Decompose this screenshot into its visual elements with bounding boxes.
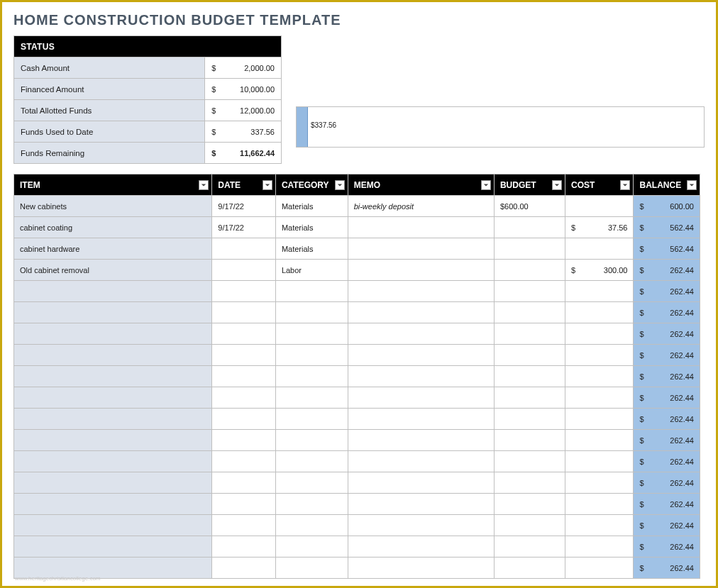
cell-cost-amount[interactable] [576, 387, 634, 409]
cell-cost-amount[interactable] [576, 558, 634, 579]
cell-cost-amount[interactable] [576, 281, 634, 302]
cell-item[interactable] [14, 302, 212, 323]
filter-memo-icon[interactable] [481, 180, 491, 190]
filter-category-icon[interactable] [335, 180, 345, 190]
cell-item[interactable] [14, 387, 212, 409]
cell-balance-amount[interactable]: 262.44 [648, 323, 700, 345]
cell-memo[interactable] [348, 451, 494, 472]
cell-balance-amount[interactable]: 562.44 [648, 238, 700, 260]
cell-budget[interactable] [494, 409, 565, 430]
cell-balance-currency[interactable]: $ [634, 366, 648, 387]
cell-cost-currency[interactable] [565, 472, 575, 494]
cell-balance-amount[interactable]: 262.44 [648, 302, 700, 323]
cell-balance-currency[interactable]: $ [634, 558, 648, 579]
cell-cost-currency[interactable] [565, 430, 575, 451]
cell-cost-currency[interactable] [565, 366, 575, 387]
cell-balance-currency[interactable]: $ [634, 260, 648, 281]
cell-category[interactable] [275, 472, 348, 494]
cell-category[interactable] [275, 409, 348, 430]
cell-cost-currency[interactable] [565, 196, 575, 217]
cell-date[interactable] [212, 323, 276, 345]
cell-cost-amount[interactable] [576, 366, 634, 387]
cell-memo[interactable] [348, 494, 494, 515]
cell-item[interactable] [14, 281, 212, 302]
cell-date[interactable] [212, 536, 276, 558]
cell-date[interactable]: 9/17/22 [212, 217, 276, 238]
cell-cost-currency[interactable] [565, 238, 575, 260]
cell-balance-currency[interactable]: $ [634, 238, 648, 260]
cell-cost-currency[interactable] [565, 494, 575, 515]
cell-item[interactable] [14, 536, 212, 558]
cell-budget[interactable] [494, 430, 565, 451]
cell-budget[interactable] [494, 494, 565, 515]
filter-balance-icon[interactable] [687, 180, 697, 190]
cell-date[interactable] [212, 366, 276, 387]
cell-memo[interactable]: bi-weekly deposit [348, 196, 494, 217]
cell-item[interactable]: Old cabinet removal [14, 260, 212, 281]
cell-cost-amount[interactable] [576, 430, 634, 451]
cell-balance-currency[interactable]: $ [634, 281, 648, 302]
cell-cost-amount[interactable] [576, 515, 634, 536]
cell-category[interactable] [275, 302, 348, 323]
cell-date[interactable] [212, 260, 276, 281]
cell-budget[interactable] [494, 536, 565, 558]
cell-item[interactable] [14, 494, 212, 515]
cell-cost-currency[interactable] [565, 451, 575, 472]
filter-date-icon[interactable] [263, 180, 272, 190]
cell-budget[interactable] [494, 281, 565, 302]
cell-budget[interactable] [494, 323, 565, 345]
cell-memo[interactable] [348, 366, 494, 387]
cell-date[interactable] [212, 387, 276, 409]
cell-balance-amount[interactable]: 262.44 [648, 451, 700, 472]
cell-category[interactable] [275, 494, 348, 515]
cell-cost-amount[interactable] [576, 323, 634, 345]
cell-balance-currency[interactable]: $ [634, 302, 648, 323]
cell-item[interactable] [14, 366, 212, 387]
cell-cost-amount[interactable]: 300.00 [576, 260, 634, 281]
cell-cost-amount[interactable] [576, 238, 634, 260]
cell-balance-currency[interactable]: $ [634, 217, 648, 238]
cell-category[interactable] [275, 430, 348, 451]
cell-item[interactable] [14, 323, 212, 345]
cell-date[interactable] [212, 409, 276, 430]
cell-balance-currency[interactable]: $ [634, 196, 648, 217]
cell-category[interactable] [275, 387, 348, 409]
cell-cost-currency[interactable] [565, 281, 575, 302]
cell-balance-amount[interactable]: 262.44 [648, 281, 700, 302]
cell-memo[interactable] [348, 409, 494, 430]
cell-category[interactable]: Materials [275, 238, 348, 260]
cell-budget[interactable] [494, 558, 565, 579]
cell-budget[interactable] [494, 387, 565, 409]
cell-item[interactable] [14, 515, 212, 536]
cell-date[interactable] [212, 515, 276, 536]
cell-budget[interactable] [494, 238, 565, 260]
cell-budget[interactable] [494, 302, 565, 323]
cell-cost-amount[interactable] [576, 302, 634, 323]
cell-budget[interactable]: $600.00 [494, 196, 565, 217]
cell-cost-currency[interactable] [565, 558, 575, 579]
cell-category[interactable] [275, 536, 348, 558]
cell-memo[interactable] [348, 472, 494, 494]
cell-memo[interactable] [348, 515, 494, 536]
cell-cost-currency[interactable]: $ [565, 217, 575, 238]
cell-item[interactable] [14, 345, 212, 366]
cell-cost-currency[interactable] [565, 409, 575, 430]
cell-item[interactable]: cabinet coating [14, 217, 212, 238]
cell-memo[interactable] [348, 260, 494, 281]
cell-balance-amount[interactable]: 262.44 [648, 260, 700, 281]
cell-balance-amount[interactable]: 262.44 [648, 366, 700, 387]
cell-date[interactable] [212, 281, 276, 302]
cell-item[interactable] [14, 451, 212, 472]
cell-memo[interactable] [348, 536, 494, 558]
cell-memo[interactable] [348, 345, 494, 366]
cell-balance-amount[interactable]: 262.44 [648, 409, 700, 430]
cell-memo[interactable] [348, 217, 494, 238]
cell-cost-amount[interactable]: 37.56 [576, 217, 634, 238]
cell-memo[interactable] [348, 387, 494, 409]
filter-item-icon[interactable] [199, 180, 209, 190]
cell-budget[interactable] [494, 515, 565, 536]
cell-budget[interactable] [494, 217, 565, 238]
cell-balance-amount[interactable]: 262.44 [648, 515, 700, 536]
cell-cost-currency[interactable]: $ [565, 260, 575, 281]
cell-balance-amount[interactable]: 600.00 [648, 196, 700, 217]
